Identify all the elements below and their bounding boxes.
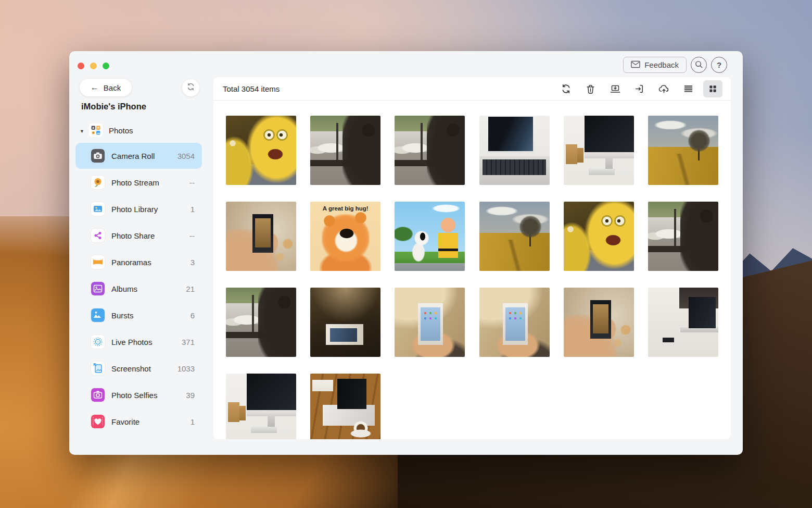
photo-stream-icon (91, 176, 105, 189)
sidebar-item-count: -- (189, 178, 195, 187)
upload-to-cloud-button[interactable] (654, 80, 674, 97)
back-label: Back (104, 83, 121, 92)
send-to-device-button[interactable] (630, 80, 649, 97)
iphone-on-table-photo[interactable] (310, 288, 380, 357)
sidebar-item-photo-stream[interactable]: Photo Stream-- (75, 169, 202, 195)
sidebar-item-label: Photo Share (111, 231, 155, 240)
feedback-button[interactable]: Feedback (623, 57, 687, 73)
sidebar-item-count: 3054 (177, 152, 195, 160)
sidebar-item-photo-share[interactable]: Photo Share-- (75, 222, 202, 249)
macbook-laptop-photo[interactable] (479, 116, 550, 185)
grid-view-button[interactable] (703, 80, 722, 97)
woman-at-cafe-photo[interactable] (310, 116, 380, 185)
total-items-label: Total 3054 items (223, 84, 280, 93)
tree-in-golden-field-photo[interactable] (479, 202, 550, 271)
list-view-icon (683, 83, 694, 94)
iphone-home-screen-in-hand-photo[interactable] (479, 288, 550, 357)
search-icon (694, 60, 703, 70)
back-arrow-icon (91, 83, 99, 92)
sidebar-item-albums[interactable]: Albums21 (75, 276, 202, 302)
sidebar-item-count: 39 (186, 391, 195, 400)
sidebar-item-label: Photo Library (111, 205, 158, 214)
sidebar-item-label: Albums (111, 284, 137, 293)
sidebar-item-count: 371 (182, 338, 195, 346)
feedback-label: Feedback (644, 60, 679, 69)
sidebar-section-label: Photos (109, 126, 133, 135)
download-to-computer-button[interactable] (605, 80, 625, 97)
sidebar-item-count: 1 (191, 205, 195, 214)
sidebar-item-label: Photo Stream (111, 178, 159, 187)
photo-selfies-icon (91, 388, 105, 402)
sidebar-item-label: Photo Selfies (111, 391, 157, 400)
woman-at-cafe-photo[interactable] (395, 116, 465, 185)
help-icon: ? (717, 60, 721, 69)
woman-at-cafe-photo[interactable] (226, 288, 296, 357)
minions-photo[interactable] (226, 116, 296, 185)
send-to-device-icon (634, 83, 645, 94)
disclosure-triangle-icon[interactable] (80, 126, 84, 135)
sidebar-item-bursts[interactable]: Bursts6 (75, 302, 202, 328)
sidebar-refresh-button[interactable] (182, 79, 199, 96)
upload-to-cloud-icon (658, 83, 670, 94)
toolbar (556, 80, 722, 97)
delete-icon (585, 83, 596, 94)
sync-icon (186, 82, 195, 93)
grid-view-icon (708, 84, 718, 94)
favorite-icon (91, 415, 105, 428)
sidebar-item-screenshot[interactable]: Screenshot1033 (75, 355, 202, 381)
iphone-in-hand-mockup-photo[interactable] (564, 288, 634, 357)
envelope-icon (631, 60, 640, 70)
teddy-bear-card-photo[interactable]: A great big hug! (310, 202, 380, 271)
sidebar-item-list: Camera Roll3054Photo Stream--Photo Libra… (75, 143, 202, 435)
albums-icon (91, 282, 105, 295)
sidebar-item-label: Screenshot (111, 364, 151, 373)
sidebar-section-photos[interactable]: Photos (80, 123, 133, 137)
panoramas-icon (91, 255, 105, 269)
photo-grid: A great big hug! (213, 101, 731, 439)
sidebar-item-label: Camera Roll (111, 152, 155, 160)
download-to-computer-icon (610, 83, 621, 94)
iphone-home-screen-in-hand-photo[interactable] (395, 288, 465, 357)
device-name: iMobie's iPhone (81, 102, 146, 111)
sidebar-item-camera-roll[interactable]: Camera Roll3054 (75, 143, 202, 169)
search-button[interactable] (691, 57, 707, 73)
imac-on-desk-photo[interactable] (226, 374, 296, 439)
sidebar-item-label: Panoramas (111, 258, 151, 267)
sync-icon (561, 83, 572, 94)
macbook-with-coffee-photo[interactable] (310, 374, 380, 439)
sidebar-item-label: Bursts (111, 311, 134, 320)
sidebar-item-live-photos[interactable]: Live Photos371 (75, 329, 202, 355)
sidebar-item-count: -- (189, 231, 195, 240)
sidebar-item-count: 6 (191, 311, 195, 320)
back-button[interactable]: Back (80, 79, 132, 96)
tree-in-golden-field-photo[interactable] (648, 116, 718, 185)
bursts-icon (91, 308, 105, 322)
woman-at-cafe-photo[interactable] (648, 202, 718, 271)
photo-caption: A great big hug! (310, 205, 380, 212)
sidebar-item-panoramas[interactable]: Panoramas3 (75, 249, 202, 275)
delete-button[interactable] (581, 80, 600, 97)
iphone-in-hand-mockup-photo[interactable] (226, 202, 296, 271)
content-header: Total 3054 items (213, 77, 731, 101)
refresh-button[interactable] (556, 80, 576, 97)
screenshot-icon (91, 362, 105, 375)
sidebar-item-photo-library[interactable]: Photo Library1 (75, 196, 202, 222)
live-photos-icon (91, 335, 105, 349)
sidebar-item-count: 3 (191, 258, 195, 267)
camera-roll-icon (91, 149, 105, 163)
minions-photo[interactable] (564, 202, 634, 271)
app-window: Feedback ? Back iMobie's iPh (69, 51, 743, 455)
photo-share-icon (91, 229, 105, 242)
sidebar-item-count: 1033 (177, 364, 195, 373)
photo-library-icon (91, 202, 105, 216)
sidebar: Back iMobie's iPhone (69, 51, 213, 455)
content-panel: Total 3054 items (213, 77, 731, 439)
sidebar-item-favorite[interactable]: Favorite1 (75, 408, 202, 435)
list-view-button[interactable] (679, 80, 698, 97)
snoopy-and-charlie-brown-photo[interactable] (395, 202, 465, 271)
macbook-on-white-desk-photo[interactable] (648, 288, 718, 357)
sidebar-item-count: 21 (186, 284, 195, 293)
help-button[interactable]: ? (711, 57, 727, 73)
sidebar-item-photo-selfies[interactable]: Photo Selfies39 (75, 382, 202, 408)
imac-on-desk-photo[interactable] (564, 116, 634, 185)
